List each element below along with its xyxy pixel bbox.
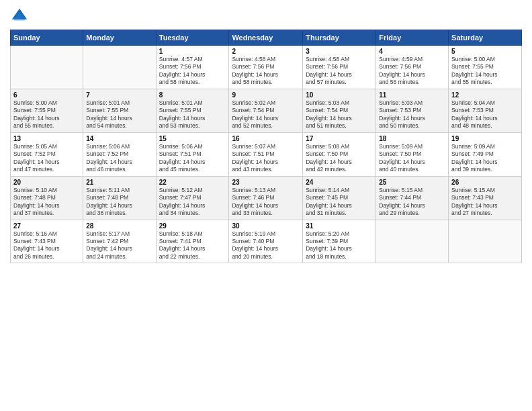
calendar-cell: 26Sunrise: 5:15 AM Sunset: 7:43 PM Dayli… [449, 176, 522, 220]
logo-icon [10, 7, 29, 26]
calendar-cell: 21Sunrise: 5:11 AM Sunset: 7:48 PM Dayli… [83, 176, 156, 220]
calendar-cell: 4Sunrise: 4:59 AM Sunset: 7:56 PM Daylig… [376, 46, 449, 89]
day-number: 16 [232, 135, 300, 142]
day-number: 31 [306, 222, 373, 230]
day-number: 23 [232, 179, 300, 186]
calendar-cell [449, 220, 522, 263]
cell-content: Sunrise: 5:06 AM Sunset: 7:51 PM Dayligh… [159, 143, 226, 174]
cell-content: Sunrise: 5:16 AM Sunset: 7:43 PM Dayligh… [13, 230, 80, 261]
weekday-header-sunday: Sunday [11, 30, 83, 46]
cell-content: Sunrise: 5:07 AM Sunset: 7:51 PM Dayligh… [232, 143, 300, 174]
day-number: 7 [86, 91, 152, 99]
cell-content: Sunrise: 5:01 AM Sunset: 7:55 PM Dayligh… [86, 99, 152, 130]
day-number: 21 [86, 179, 152, 186]
day-number: 12 [451, 91, 519, 99]
day-number: 9 [232, 91, 300, 99]
week-row-4: 20Sunrise: 5:10 AM Sunset: 7:48 PM Dayli… [11, 176, 522, 220]
calendar-cell: 22Sunrise: 5:12 AM Sunset: 7:47 PM Dayli… [156, 176, 229, 220]
calendar-cell: 27Sunrise: 5:16 AM Sunset: 7:43 PM Dayli… [11, 220, 83, 263]
calendar-cell: 12Sunrise: 5:04 AM Sunset: 7:53 PM Dayli… [449, 89, 522, 132]
calendar-cell: 13Sunrise: 5:05 AM Sunset: 7:52 PM Dayli… [11, 132, 83, 176]
week-row-3: 13Sunrise: 5:05 AM Sunset: 7:52 PM Dayli… [11, 132, 522, 176]
day-number: 11 [379, 91, 445, 99]
cell-content: Sunrise: 5:17 AM Sunset: 7:42 PM Dayligh… [86, 230, 152, 261]
cell-content: Sunrise: 4:59 AM Sunset: 7:56 PM Dayligh… [379, 56, 445, 87]
cell-content: Sunrise: 4:58 AM Sunset: 7:56 PM Dayligh… [306, 56, 373, 87]
calendar-cell: 28Sunrise: 5:17 AM Sunset: 7:42 PM Dayli… [83, 220, 156, 263]
cell-content: Sunrise: 5:12 AM Sunset: 7:47 PM Dayligh… [159, 187, 226, 218]
cell-content: Sunrise: 5:06 AM Sunset: 7:52 PM Dayligh… [86, 143, 152, 174]
calendar-cell: 7Sunrise: 5:01 AM Sunset: 7:55 PM Daylig… [83, 89, 156, 132]
day-number: 18 [379, 135, 445, 142]
cell-content: Sunrise: 5:09 AM Sunset: 7:50 PM Dayligh… [379, 143, 445, 174]
weekday-header-saturday: Saturday [449, 30, 522, 46]
cell-content: Sunrise: 5:04 AM Sunset: 7:53 PM Dayligh… [451, 99, 519, 130]
logo [10, 7, 32, 26]
calendar-cell: 10Sunrise: 5:03 AM Sunset: 7:54 PM Dayli… [303, 89, 376, 132]
cell-content: Sunrise: 5:09 AM Sunset: 7:49 PM Dayligh… [451, 143, 519, 174]
weekday-header-wednesday: Wednesday [229, 30, 303, 46]
calendar-cell: 18Sunrise: 5:09 AM Sunset: 7:50 PM Dayli… [376, 132, 449, 176]
calendar-cell: 1Sunrise: 4:57 AM Sunset: 7:56 PM Daylig… [156, 46, 229, 89]
header [10, 7, 522, 26]
cell-content: Sunrise: 5:13 AM Sunset: 7:46 PM Dayligh… [232, 187, 300, 218]
day-number: 26 [451, 179, 519, 186]
day-number: 22 [159, 179, 226, 186]
calendar-cell: 14Sunrise: 5:06 AM Sunset: 7:52 PM Dayli… [83, 132, 156, 176]
weekday-header-thursday: Thursday [303, 30, 376, 46]
week-row-1: 1Sunrise: 4:57 AM Sunset: 7:56 PM Daylig… [11, 46, 522, 89]
calendar-cell [11, 46, 83, 89]
cell-content: Sunrise: 5:03 AM Sunset: 7:54 PM Dayligh… [306, 99, 373, 130]
day-number: 10 [306, 91, 373, 99]
calendar-cell: 15Sunrise: 5:06 AM Sunset: 7:51 PM Dayli… [156, 132, 229, 176]
cell-content: Sunrise: 5:15 AM Sunset: 7:43 PM Dayligh… [451, 187, 519, 218]
calendar-cell: 11Sunrise: 5:03 AM Sunset: 7:53 PM Dayli… [376, 89, 449, 132]
calendar-table: SundayMondayTuesdayWednesdayThursdayFrid… [10, 30, 522, 263]
calendar-cell: 6Sunrise: 5:00 AM Sunset: 7:55 PM Daylig… [11, 89, 83, 132]
day-number: 15 [159, 135, 226, 142]
weekday-header-row: SundayMondayTuesdayWednesdayThursdayFrid… [11, 30, 522, 46]
weekday-header-friday: Friday [376, 30, 449, 46]
cell-content: Sunrise: 4:57 AM Sunset: 7:56 PM Dayligh… [159, 56, 226, 87]
day-number: 28 [86, 222, 152, 230]
weekday-header-monday: Monday [83, 30, 156, 46]
cell-content: Sunrise: 5:08 AM Sunset: 7:50 PM Dayligh… [306, 143, 373, 174]
week-row-2: 6Sunrise: 5:00 AM Sunset: 7:55 PM Daylig… [11, 89, 522, 132]
calendar-cell: 29Sunrise: 5:18 AM Sunset: 7:41 PM Dayli… [156, 220, 229, 263]
day-number: 6 [13, 91, 80, 99]
calendar-cell: 5Sunrise: 5:00 AM Sunset: 7:55 PM Daylig… [449, 46, 522, 89]
calendar-cell: 25Sunrise: 5:15 AM Sunset: 7:44 PM Dayli… [376, 176, 449, 220]
day-number: 29 [159, 222, 226, 230]
cell-content: Sunrise: 5:00 AM Sunset: 7:55 PM Dayligh… [13, 99, 80, 130]
calendar-cell: 19Sunrise: 5:09 AM Sunset: 7:49 PM Dayli… [449, 132, 522, 176]
day-number: 19 [451, 135, 519, 142]
day-number: 13 [13, 135, 80, 142]
day-number: 2 [232, 48, 300, 55]
day-number: 3 [306, 48, 373, 55]
day-number: 14 [86, 135, 152, 142]
cell-content: Sunrise: 5:02 AM Sunset: 7:54 PM Dayligh… [232, 99, 300, 130]
week-row-5: 27Sunrise: 5:16 AM Sunset: 7:43 PM Dayli… [11, 220, 522, 263]
calendar-cell: 16Sunrise: 5:07 AM Sunset: 7:51 PM Dayli… [229, 132, 303, 176]
calendar-cell [376, 220, 449, 263]
calendar-cell: 8Sunrise: 5:01 AM Sunset: 7:55 PM Daylig… [156, 89, 229, 132]
day-number: 1 [159, 48, 226, 55]
calendar-cell: 23Sunrise: 5:13 AM Sunset: 7:46 PM Dayli… [229, 176, 303, 220]
calendar-cell: 24Sunrise: 5:14 AM Sunset: 7:45 PM Dayli… [303, 176, 376, 220]
calendar-cell: 3Sunrise: 4:58 AM Sunset: 7:56 PM Daylig… [303, 46, 376, 89]
day-number: 30 [232, 222, 300, 230]
calendar-cell: 20Sunrise: 5:10 AM Sunset: 7:48 PM Dayli… [11, 176, 83, 220]
cell-content: Sunrise: 5:05 AM Sunset: 7:52 PM Dayligh… [13, 143, 80, 174]
day-number: 27 [13, 222, 80, 230]
cell-content: Sunrise: 5:20 AM Sunset: 7:39 PM Dayligh… [306, 230, 373, 261]
calendar-cell: 30Sunrise: 5:19 AM Sunset: 7:40 PM Dayli… [229, 220, 303, 263]
cell-content: Sunrise: 5:10 AM Sunset: 7:48 PM Dayligh… [13, 187, 80, 218]
day-number: 5 [451, 48, 519, 55]
calendar-cell: 17Sunrise: 5:08 AM Sunset: 7:50 PM Dayli… [303, 132, 376, 176]
day-number: 17 [306, 135, 373, 142]
cell-content: Sunrise: 5:19 AM Sunset: 7:40 PM Dayligh… [232, 230, 300, 261]
day-number: 25 [379, 179, 445, 186]
day-number: 4 [379, 48, 445, 55]
calendar-cell [83, 46, 156, 89]
day-number: 24 [306, 179, 373, 186]
